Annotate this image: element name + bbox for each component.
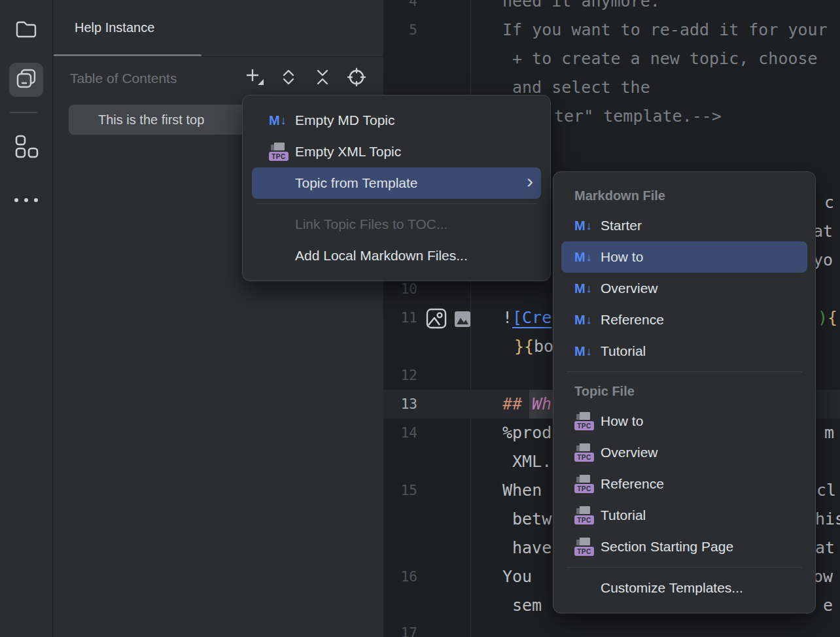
section-title: Table of Contents <box>70 57 177 100</box>
line-number: 4 <box>385 0 417 16</box>
markdown-file-icon: M↓ <box>574 313 601 328</box>
menu-item-label: Tutorial <box>601 508 646 523</box>
line-number: 14 <box>385 419 417 447</box>
code-text: }{ <box>514 332 534 361</box>
code-text: ter" template.--> <box>554 102 722 131</box>
sidebar-item-help-instance[interactable] <box>9 63 43 97</box>
menu-item-label: Overview <box>601 281 658 296</box>
menu-item-tutorial[interactable]: M↓Tutorial <box>561 336 807 367</box>
code-text: ow <box>813 562 833 591</box>
code-text: e <box>823 591 833 620</box>
code-text: betw <box>512 505 551 534</box>
topic-file-icon: TPC <box>574 412 601 430</box>
menu-item-empty-md-topic[interactable]: M↓Empty MD Topic <box>252 105 541 136</box>
menu-item-label: Tutorial <box>601 343 646 359</box>
line-number: 13 <box>385 390 417 419</box>
menu-item-tutorial[interactable]: TPCTutorial <box>561 500 807 531</box>
code-text: If you want to re-add it for your <box>502 16 828 44</box>
tool-window-title: Help Instance <box>75 0 154 55</box>
menu-group-header-topic-file: Topic File <box>553 377 815 405</box>
expand-all-icon <box>279 68 298 89</box>
stacked-pages-icon <box>15 67 37 92</box>
menu-item-label: Topic from Template <box>295 175 418 191</box>
menu-item-label: How to <box>601 413 643 429</box>
code-text: at <box>813 217 833 246</box>
menu-item-label: Starter <box>601 218 642 233</box>
menu-item-customize-templates[interactable]: Customize Templates... <box>561 572 807 604</box>
menu-item-label: Overview <box>601 445 658 460</box>
code-text: You <box>502 562 532 591</box>
menu-group-header-markdown-file: Markdown File <box>553 181 815 210</box>
menu-separator <box>256 203 537 204</box>
menu-item-starter[interactable]: M↓Starter <box>561 210 807 241</box>
code-text: at <box>815 534 835 562</box>
menu-item-label: Reference <box>601 312 664 328</box>
crosshair-target-icon <box>347 67 366 90</box>
sidebar-item-structure[interactable] <box>9 131 43 165</box>
menu-item-link-topic-files-to-toc[interactable]: Link Topic Files to TOC... <box>252 209 541 240</box>
menu-item-overview[interactable]: TPCOverview <box>561 437 807 468</box>
line-number: 17 <box>385 619 417 637</box>
menu-item-label: Empty XML Topic <box>295 144 401 160</box>
line-number: 16 <box>385 562 417 591</box>
collapse-all-icon <box>313 68 332 89</box>
menu-separator <box>567 371 802 372</box>
activity-bar <box>0 0 53 637</box>
line-number: 11 <box>385 303 417 332</box>
add-topic-context-menu: M↓Empty MD TopicTPCEmpty XML TopicTopic … <box>242 95 551 281</box>
topic-file-icon: TPC <box>574 538 601 556</box>
topic-file-icon: TPC <box>574 443 601 462</box>
code-text: When <box>502 476 542 505</box>
code-text: Wh <box>529 390 554 419</box>
tool-window-header: Help Instance <box>52 0 383 57</box>
image-preview-filled-icon[interactable] <box>454 311 471 330</box>
menu-item-reference[interactable]: M↓Reference <box>561 304 807 336</box>
code-text: c <box>824 188 834 217</box>
topic-file-icon: TPC <box>574 506 601 525</box>
menu-item-reference[interactable]: TPCReference <box>561 468 807 500</box>
menu-item-label: Reference <box>601 476 664 492</box>
menu-item-how-to[interactable]: TPCHow to <box>561 405 807 437</box>
code-text: sem <box>512 591 542 620</box>
code-text: need it anymore. <box>502 0 660 16</box>
code-text: his <box>815 505 840 534</box>
menu-separator <box>567 567 802 568</box>
structure-icon <box>14 134 39 162</box>
menu-item-label: Customize Templates... <box>601 580 743 596</box>
more-icon <box>14 198 38 202</box>
sidebar-item-more[interactable] <box>9 183 43 217</box>
line-number: 15 <box>385 476 417 505</box>
menu-item-section-starting-page[interactable]: TPCSection Starting Page <box>561 531 807 562</box>
menu-item-overview[interactable]: M↓Overview <box>561 273 807 304</box>
code-text: ) <box>818 303 828 332</box>
active-tab-indicator <box>54 54 201 56</box>
menu-item-label: Empty MD Topic <box>295 112 395 128</box>
sidebar-item-project[interactable] <box>9 13 43 47</box>
markdown-file-icon: M↓ <box>574 344 601 359</box>
topic-file-icon: TPC <box>269 143 295 161</box>
markdown-file-icon: M↓ <box>574 250 601 265</box>
line-number: 12 <box>385 361 417 390</box>
menu-item-empty-xml-topic[interactable]: TPCEmpty XML Topic <box>252 136 541 167</box>
code-text: cl <box>816 476 836 505</box>
add-topic-button[interactable] <box>243 67 266 90</box>
markdown-file-icon: M↓ <box>574 281 601 296</box>
code-text: ! <box>502 303 512 332</box>
menu-item-how-to[interactable]: M↓How to <box>561 241 807 273</box>
code-text: + to create a new topic, choose <box>512 44 818 73</box>
topic-file-icon: TPC <box>574 475 601 493</box>
image-preview-outline-icon[interactable] <box>425 307 447 332</box>
menu-item-add-local-markdown-files[interactable]: Add Local Markdown Files... <box>252 240 541 271</box>
expand-all-button[interactable] <box>277 67 300 90</box>
collapse-all-button[interactable] <box>311 67 334 90</box>
markdown-file-icon: M↓ <box>574 218 601 233</box>
menu-item-topic-from-template[interactable]: Topic from Template› <box>252 167 541 199</box>
code-text: [Cre <box>512 303 551 332</box>
plus-dropdown-icon <box>244 67 265 90</box>
code-text: m <box>824 419 834 447</box>
code-text: { <box>828 303 837 332</box>
toc-toolbar: Table of Contents <box>52 57 383 100</box>
locate-selection-button[interactable] <box>345 67 368 90</box>
code-text: XML. <box>512 447 551 476</box>
code-text: have <box>512 534 551 562</box>
